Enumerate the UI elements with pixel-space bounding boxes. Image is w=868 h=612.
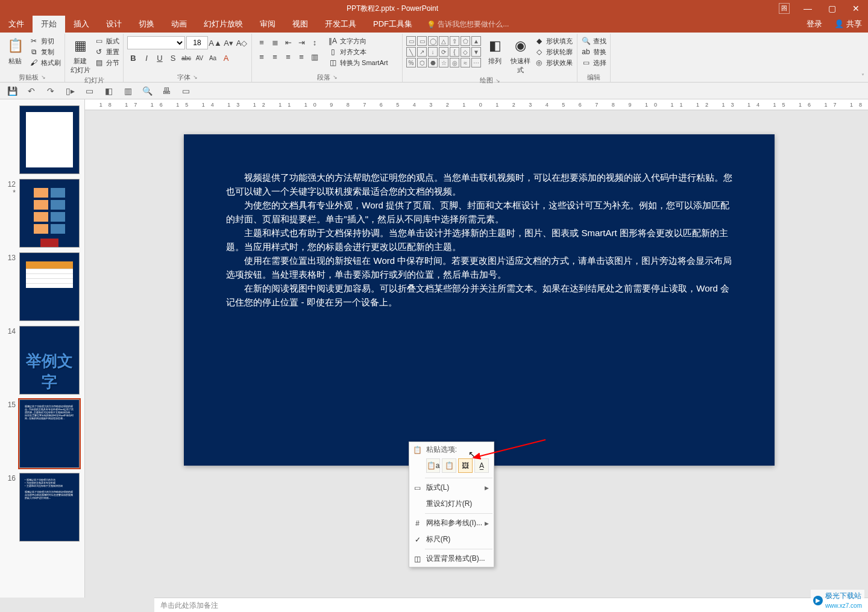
undo-button[interactable]: ↶	[25, 85, 37, 97]
qa-btn[interactable]: ▭	[83, 85, 95, 97]
font-family-select[interactable]	[127, 36, 185, 49]
justify-button[interactable]: ≡	[295, 51, 307, 63]
font-color-button[interactable]: A	[220, 52, 232, 64]
tab-view[interactable]: 视图	[284, 16, 316, 33]
select-button[interactable]: ▭选择	[581, 58, 606, 67]
tab-review[interactable]: 审阅	[251, 16, 284, 33]
menu-reset-slide[interactable]: 重设幻灯片(R)	[409, 496, 494, 512]
new-slide-button[interactable]: ▦ 新建 幻灯片	[68, 35, 93, 76]
aligntext-icon: ▯	[328, 47, 338, 57]
change-case-button[interactable]: Aa	[207, 52, 219, 64]
tab-insert[interactable]: 插入	[65, 16, 98, 33]
shape-effects-button[interactable]: ◎形状效果	[534, 58, 573, 67]
increase-font-icon[interactable]: A▲	[209, 37, 221, 49]
convert-smartart-button[interactable]: ◫转换为 SmartArt	[328, 58, 388, 67]
text-direction-button[interactable]: ‖A文字方向	[328, 36, 388, 46]
font-size-input[interactable]	[186, 36, 208, 49]
minimize-button[interactable]: —	[796, 0, 820, 17]
slide-thumbnail[interactable]	[19, 179, 80, 248]
section-icon: ▤	[94, 58, 104, 67]
slide-thumbnail[interactable]	[19, 252, 80, 321]
align-center-button[interactable]: ≡	[269, 51, 281, 63]
slide-canvas[interactable]: 视频提供了功能强大的方法帮助您证明您的观点。当您单击联机视频时，可以在想要添加的…	[184, 134, 775, 466]
align-right-button[interactable]: ≡	[282, 51, 294, 63]
login-button[interactable]: 登录	[800, 16, 828, 33]
dialog-launcher-icon[interactable]: ↘	[495, 78, 500, 84]
tell-me[interactable]: 💡 告诉我您想要做什么...	[421, 16, 515, 33]
qa-btn[interactable]: 🖶	[160, 85, 172, 97]
dialog-launcher-icon[interactable]: ↘	[333, 74, 338, 80]
slide-thumbnail-panel[interactable]: 12* 13 14举例文字 15视频提供了功能强大的方法帮助您证明您的观点...…	[0, 99, 85, 598]
presentation-mode-icon[interactable]: 囨	[779, 3, 790, 14]
layout-button[interactable]: ▭版式	[94, 36, 119, 46]
shadow-button[interactable]: S	[167, 52, 179, 64]
tab-file[interactable]: 文件	[0, 16, 33, 33]
find-button[interactable]: 🔍查找	[581, 36, 606, 46]
arrange-button[interactable]: ◧ 排列	[482, 35, 508, 67]
paste-option-use-dest-theme[interactable]: 📋a	[426, 458, 441, 473]
shapes-gallery[interactable]: ▭▭◯△⇧⬠▲ ╲↗↓⟳{◇▼ %⬡⬣☆◎≈⋯	[405, 35, 482, 69]
char-spacing-button[interactable]: AV	[193, 52, 206, 64]
numbering-button[interactable]: ≣	[269, 36, 281, 48]
dec-indent-button[interactable]: ⇤	[282, 36, 294, 48]
tab-design[interactable]: 设计	[98, 16, 130, 33]
slide-thumbnail[interactable]: 举例文字	[19, 326, 80, 395]
group-label: 段落	[317, 73, 330, 82]
start-slideshow-button[interactable]: ▯▸	[64, 85, 76, 97]
tab-animations[interactable]: 动画	[163, 16, 195, 33]
slide-text: 主题和样式也有助于文档保持协调。当您单击设计并选择新的主题时，图片、图表或 Sm…	[226, 226, 732, 254]
collapse-ribbon-icon[interactable]: ˅	[861, 73, 864, 80]
shape-outline-button[interactable]: ◇形状轮廓	[534, 47, 573, 57]
decrease-font-icon[interactable]: A▾	[222, 37, 234, 49]
close-button[interactable]: ✕	[844, 0, 868, 17]
menu-layout[interactable]: ▭版式(L)▶	[409, 479, 494, 496]
slide-thumbnail-selected[interactable]: 视频提供了功能强大的方法帮助您证明您的观点...为使您的文档具有专业外观Word…	[19, 399, 80, 468]
slide-thumbnail[interactable]: • 视频提供了功能强大的方法• 为使您的文档具有专业外观• 主题和样式也有助于文…	[19, 473, 80, 542]
line-spacing-button[interactable]: ↕	[309, 36, 321, 48]
tab-transitions[interactable]: 切换	[130, 16, 163, 33]
clear-format-icon[interactable]: A◇	[236, 37, 248, 49]
columns-button[interactable]: ▥	[309, 51, 321, 63]
underline-button[interactable]: U	[154, 52, 166, 64]
menu-ruler[interactable]: ✓标尺(R)	[409, 531, 494, 548]
bold-button[interactable]: B	[127, 52, 139, 64]
reset-button[interactable]: ↺重置	[94, 47, 119, 57]
dialog-launcher-icon[interactable]: ↘	[41, 74, 46, 80]
paste-option-text-only[interactable]: A̲	[474, 458, 489, 473]
bullets-button[interactable]: ≡	[256, 36, 268, 48]
share-button[interactable]: 👤 共享	[828, 16, 868, 33]
paste-option-keep-source[interactable]: 📋	[442, 458, 456, 473]
replace-button[interactable]: ab替换	[581, 47, 606, 57]
strikethrough-button[interactable]: abc	[180, 52, 192, 64]
tab-slideshow[interactable]: 幻灯片放映	[195, 16, 251, 33]
align-text-button[interactable]: ▯对齐文本	[328, 47, 388, 57]
dialog-launcher-icon[interactable]: ↘	[193, 74, 198, 80]
align-left-button[interactable]: ≡	[256, 51, 268, 63]
italic-button[interactable]: I	[140, 52, 153, 64]
save-button[interactable]: 💾	[6, 85, 18, 97]
menu-grid[interactable]: #网格和参考线(I)...▶	[409, 515, 494, 531]
menu-background[interactable]: ◫设置背景格式(B)...	[409, 551, 494, 567]
redo-button[interactable]: ↷	[45, 85, 57, 97]
shape-fill-button[interactable]: ◆形状填充	[534, 36, 573, 46]
qa-btn[interactable]: ▥	[122, 85, 134, 97]
inc-indent-button[interactable]: ⇥	[295, 36, 307, 48]
paste-button[interactable]: 📋 粘贴	[2, 35, 28, 67]
notes-pane[interactable]: 单击此处添加备注	[154, 598, 868, 612]
cut-button[interactable]: ✂剪切	[29, 36, 61, 46]
copy-button[interactable]: ⧉复制	[29, 47, 61, 57]
horizontal-ruler[interactable]: 18 17 16 15 14 13 12 11 10 9 8 7 6 5 4 3…	[85, 99, 868, 110]
quick-styles-button[interactable]: ◉ 快速样式	[508, 35, 533, 76]
qa-btn[interactable]: ▭	[180, 85, 192, 97]
section-button[interactable]: ▤分节	[94, 58, 119, 67]
format-painter-button[interactable]: 🖌格式刷	[29, 58, 61, 67]
tab-developer[interactable]: 开发工具	[316, 16, 365, 33]
qa-btn[interactable]: ◧	[102, 85, 115, 97]
qa-btn[interactable]: 🔍	[141, 85, 153, 97]
layout-icon: ▭	[413, 484, 423, 492]
paste-option-picture[interactable]: 🖼	[458, 458, 473, 473]
slide-thumbnail[interactable]	[19, 105, 80, 174]
tab-home[interactable]: 开始	[33, 16, 65, 33]
tab-pdf[interactable]: PDF工具集	[365, 16, 421, 33]
maximize-button[interactable]: ▢	[820, 0, 844, 17]
